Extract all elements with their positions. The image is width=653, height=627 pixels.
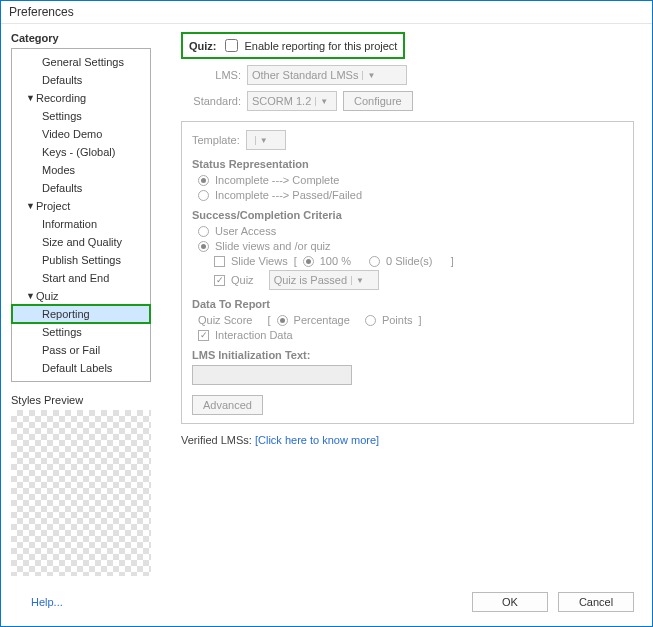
chevron-down-icon: ▼: [351, 276, 364, 285]
chevron-down-icon: ▼: [26, 291, 36, 301]
lms-init-heading: LMS Initialization Text:: [192, 349, 623, 361]
standard-dropdown[interactable]: SCORM 1.2 ▼: [247, 91, 337, 111]
data-to-report-heading: Data To Report: [192, 298, 623, 310]
quiz-checkbox-label: Quiz: [231, 274, 254, 286]
checkbox-icon[interactable]: [214, 275, 225, 286]
tree-item[interactable]: General Settings: [12, 53, 150, 71]
chevron-down-icon: ▼: [362, 71, 375, 80]
radio-icon[interactable]: [198, 226, 209, 237]
enable-reporting-checkbox[interactable]: [225, 39, 238, 52]
tree-item-label: Quiz: [36, 290, 59, 302]
chevron-down-icon: ▼: [26, 201, 36, 211]
configure-button[interactable]: Configure: [343, 91, 413, 111]
checkbox-icon[interactable]: [198, 330, 209, 341]
tree-item-label: Settings: [42, 326, 82, 338]
tree-item-label: Default Labels: [42, 362, 112, 374]
success-slide-quiz: Slide views and /or quiz: [215, 240, 331, 252]
advanced-button[interactable]: Advanced: [192, 395, 263, 415]
chevron-down-icon: ▼: [255, 136, 268, 145]
status-representation-heading: Status Representation: [192, 158, 623, 170]
tree-item[interactable]: Settings: [12, 107, 150, 125]
tree-item-label: General Settings: [42, 56, 124, 68]
tree-item[interactable]: Default Labels: [12, 359, 150, 377]
interaction-data-label: Interaction Data: [215, 329, 293, 341]
dialog-footer: Help... OK Cancel: [1, 584, 652, 626]
tree-item-label: Recording: [36, 92, 86, 104]
ok-button[interactable]: OK: [472, 592, 548, 612]
verified-lms-row: Verified LMSs: [Click here to know more]: [181, 434, 634, 446]
template-dropdown[interactable]: ▼: [246, 130, 286, 150]
tree-item[interactable]: Publish Settings: [12, 251, 150, 269]
preferences-dialog: Preferences Category General SettingsDef…: [0, 0, 653, 627]
slide-views-label: Slide Views: [231, 255, 288, 267]
tree-item[interactable]: Pass or Fail: [12, 341, 150, 359]
cancel-button[interactable]: Cancel: [558, 592, 634, 612]
quiz-passed-dropdown[interactable]: Quiz is Passed ▼: [269, 270, 379, 290]
tree-item[interactable]: ▼Quiz: [12, 287, 150, 305]
standard-label: Standard:: [181, 95, 241, 107]
radio-icon[interactable]: [369, 256, 380, 267]
status-opt-passedfailed: Incomplete ---> Passed/Failed: [215, 189, 362, 201]
styles-preview: [11, 410, 151, 576]
tree-item[interactable]: ▼Recording: [12, 89, 150, 107]
tree-item-label: Settings: [42, 110, 82, 122]
reporting-panel: Template: ▼ Status Representation Incomp…: [181, 121, 634, 424]
tree-item[interactable]: ▼Project: [12, 197, 150, 215]
tree-item-label: Reporting: [42, 308, 90, 320]
lms-dropdown[interactable]: Other Standard LMSs ▼: [247, 65, 407, 85]
quiz-score-percentage: Percentage: [294, 314, 350, 326]
category-heading: Category: [11, 32, 151, 44]
tree-item-label: Information: [42, 218, 97, 230]
tree-item[interactable]: Defaults: [12, 179, 150, 197]
dialog-body: Category General SettingsDefaults▼Record…: [1, 24, 652, 584]
quiz-prefix: Quiz:: [189, 40, 217, 52]
tree-item-label: Defaults: [42, 182, 82, 194]
tree-item-label: Start and End: [42, 272, 109, 284]
category-tree: General SettingsDefaults▼RecordingSettin…: [11, 48, 151, 382]
verified-lms-link[interactable]: [Click here to know more]: [255, 434, 379, 446]
tree-item-label: Pass or Fail: [42, 344, 100, 356]
chevron-down-icon: ▼: [26, 93, 36, 103]
tree-item-label: Project: [36, 200, 70, 212]
slide-views-pct: 100 %: [320, 255, 351, 267]
chevron-down-icon: ▼: [315, 97, 328, 106]
checkbox-icon[interactable]: [214, 256, 225, 267]
radio-icon[interactable]: [198, 175, 209, 186]
tree-item[interactable]: Size and Quality: [12, 233, 150, 251]
radio-icon[interactable]: [365, 315, 376, 326]
tree-item[interactable]: Start and End: [12, 269, 150, 287]
tree-item[interactable]: Reporting: [12, 305, 150, 323]
tree-item-label: Size and Quality: [42, 236, 122, 248]
tree-item-label: Defaults: [42, 74, 82, 86]
lms-label: LMS:: [181, 69, 241, 81]
slide-views-count: 0 Slide(s): [386, 255, 432, 267]
radio-icon[interactable]: [277, 315, 288, 326]
success-user-access: User Access: [215, 225, 276, 237]
radio-icon[interactable]: [198, 241, 209, 252]
tree-item-label: Modes: [42, 164, 75, 176]
tree-item-label: Publish Settings: [42, 254, 121, 266]
styles-preview-label: Styles Preview: [11, 394, 151, 406]
left-panel: Category General SettingsDefaults▼Record…: [1, 24, 151, 584]
enable-reporting-row: Quiz: Enable reporting for this project: [181, 32, 405, 59]
tree-item[interactable]: Settings: [12, 323, 150, 341]
tree-item[interactable]: Defaults: [12, 71, 150, 89]
lms-init-text-input[interactable]: [192, 365, 352, 385]
tree-item[interactable]: Video Demo: [12, 125, 150, 143]
tree-item[interactable]: Keys - (Global): [12, 143, 150, 161]
radio-icon[interactable]: [198, 190, 209, 201]
success-criteria-heading: Success/Completion Criteria: [192, 209, 623, 221]
tree-item-label: Keys - (Global): [42, 146, 115, 158]
right-panel: Quiz: Enable reporting for this project …: [151, 24, 652, 584]
dialog-title: Preferences: [1, 1, 652, 24]
radio-icon[interactable]: [303, 256, 314, 267]
tree-item[interactable]: Information: [12, 215, 150, 233]
help-link[interactable]: Help...: [31, 596, 63, 608]
status-opt-complete: Incomplete ---> Complete: [215, 174, 339, 186]
tree-item[interactable]: Modes: [12, 161, 150, 179]
template-label: Template:: [192, 134, 240, 146]
quiz-score-label: Quiz Score: [198, 314, 252, 326]
tree-item-label: Video Demo: [42, 128, 102, 140]
quiz-score-points: Points: [382, 314, 413, 326]
enable-reporting-label: Enable reporting for this project: [245, 40, 398, 52]
